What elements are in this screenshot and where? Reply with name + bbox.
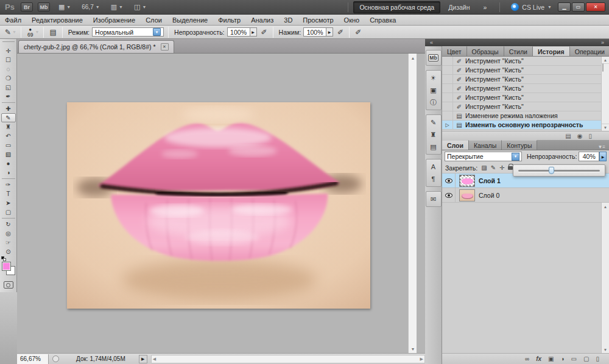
history-source-cell[interactable] xyxy=(442,57,453,65)
history-source-cell[interactable] xyxy=(442,111,453,120)
menu-item-4[interactable]: Выделение xyxy=(172,16,208,24)
restore-button[interactable]: ▭ xyxy=(572,2,585,12)
history-source-cell[interactable]: ▷ xyxy=(442,121,453,129)
layers-scrollbar[interactable]: ▲ ▼ xyxy=(601,203,609,353)
layer-opacity-slider-button[interactable]: ▶ xyxy=(599,152,607,161)
new-document-from-state-icon[interactable]: ▤ xyxy=(565,133,571,139)
opacity-input[interactable]: 100% xyxy=(227,27,250,37)
scroll-up-icon[interactable]: ▲ xyxy=(602,203,609,210)
minibridge-launch-button[interactable]: Mb xyxy=(38,2,50,12)
tab-Цвет[interactable]: Цвет xyxy=(442,46,467,56)
dodge-tool[interactable]: ◑ xyxy=(1,168,16,177)
menu-item-7[interactable]: 3D xyxy=(284,16,292,24)
gradient-tool[interactable]: ▧ xyxy=(1,150,16,159)
foreground-color-swatch[interactable] xyxy=(2,262,11,271)
tab-Контуры[interactable]: Контуры xyxy=(502,140,537,150)
menu-item-10[interactable]: Справка xyxy=(370,16,396,24)
new-layer-icon[interactable]: ▢ xyxy=(583,355,589,362)
rectangular-marquee-tool[interactable]: ☐ xyxy=(1,55,16,65)
history-brush-tool[interactable]: ↶ xyxy=(1,131,16,141)
character-panel-icon[interactable]: A xyxy=(427,161,440,173)
default-colors-icon[interactable] xyxy=(1,256,7,261)
lock-position-icon[interactable]: ✛ xyxy=(499,164,504,171)
history-state-row[interactable]: ✐Инструмент "Кисть" xyxy=(442,66,609,75)
add-layer-mask-icon[interactable]: ▣ xyxy=(548,355,554,362)
tab-Операции[interactable]: Операции xyxy=(570,46,609,56)
menu-item-8[interactable]: Просмотр xyxy=(303,16,333,24)
eye-icon[interactable] xyxy=(445,193,452,198)
layer-style-icon[interactable]: fx xyxy=(536,355,541,362)
lock-transparency-icon[interactable]: ▨ xyxy=(481,164,487,171)
tab-Слои[interactable]: Слои xyxy=(442,140,469,150)
type-tool[interactable]: T xyxy=(1,189,16,198)
blur-tool[interactable]: ● xyxy=(1,159,16,168)
lock-pixels-icon[interactable]: ✎ xyxy=(491,164,496,171)
document-tab[interactable]: cherty-gub-2.jpg @ 66,7% (Слой 1, RGB/8#… xyxy=(18,40,174,53)
rectangle-tool[interactable]: ▢ xyxy=(1,208,16,217)
clone-source-panel-icon[interactable]: ♜ xyxy=(427,128,440,141)
delete-state-icon[interactable]: ▯ xyxy=(588,133,592,139)
collapse-panels-icon[interactable]: « xyxy=(430,40,433,46)
workspace-button-design[interactable]: Дизайн xyxy=(443,2,475,13)
tool-preset-icon[interactable]: ✎ xyxy=(4,28,12,37)
clone-stamp-tool[interactable]: ♜ xyxy=(1,122,16,131)
spot-healing-brush-tool[interactable]: ✚ xyxy=(1,104,16,113)
pen-tool[interactable]: ✑ xyxy=(1,180,16,189)
tab-История[interactable]: История xyxy=(533,46,570,56)
tablet-opacity-icon[interactable]: ✐ xyxy=(260,28,269,37)
link-layers-icon[interactable]: ∞ xyxy=(525,355,529,362)
history-state-row[interactable]: ✐Инструмент "Кисть" xyxy=(442,93,609,102)
screen-mode-button[interactable]: ◫ ▼ xyxy=(130,2,150,12)
scroll-right-icon[interactable]: ▶ xyxy=(420,357,423,362)
layer-visibility-cell[interactable] xyxy=(442,173,456,187)
quick-selection-tool[interactable]: ❍ xyxy=(1,74,16,83)
history-state-row[interactable]: ▤Изменение режима наложения xyxy=(442,111,609,121)
scroll-down-icon[interactable]: ▼ xyxy=(602,124,609,131)
eye-icon[interactable] xyxy=(445,178,452,183)
brush-preset-picker[interactable]: ● 69 xyxy=(26,27,35,37)
menu-item-6[interactable]: Анализ xyxy=(251,16,273,24)
layer-row[interactable]: Слой 0 xyxy=(442,188,609,203)
quick-mask-button[interactable] xyxy=(4,281,13,289)
history-state-row[interactable]: ✐Инструмент "Кисть" xyxy=(442,57,609,66)
history-state-row[interactable]: ▷▤Изменить основную непрозрачность xyxy=(442,121,609,130)
layer-visibility-cell[interactable] xyxy=(442,188,456,202)
minibridge-panel-icon[interactable]: Mb xyxy=(427,52,440,64)
paragraph-panel-icon[interactable]: ¶ xyxy=(427,173,440,185)
history-scrollbar[interactable]: ▲ ▼ xyxy=(601,57,609,131)
history-source-cell[interactable] xyxy=(442,84,453,93)
crop-tool[interactable]: ◱ xyxy=(1,83,16,92)
tab-Стили[interactable]: Стили xyxy=(504,46,533,56)
bridge-launch-button[interactable]: Br xyxy=(21,2,33,12)
minimize-button[interactable]: ▁ xyxy=(558,2,571,12)
horizontal-scrollbar[interactable]: ◀ ▶ xyxy=(151,355,425,363)
history-source-cell[interactable] xyxy=(442,66,453,74)
delete-layer-icon[interactable]: ▯ xyxy=(596,355,599,362)
status-menu-button[interactable]: ▶ xyxy=(139,355,147,363)
brush-tool[interactable]: ✎ xyxy=(1,113,16,122)
canvas[interactable]: ▲ ▼ xyxy=(17,54,417,353)
airbrush-icon[interactable]: ✐ xyxy=(336,28,345,37)
path-selection-tool[interactable]: ➤ xyxy=(1,198,16,208)
animation-panel-icon[interactable]: ▤ xyxy=(427,141,440,153)
tablet-size-icon[interactable]: ✐ xyxy=(354,28,362,37)
eyedropper-tool[interactable]: ✒ xyxy=(1,92,16,101)
menu-item-0[interactable]: Файл xyxy=(5,16,21,24)
scrollbar-thumb[interactable] xyxy=(602,63,604,72)
menu-item-5[interactable]: Фильтр xyxy=(218,16,241,24)
new-group-icon[interactable]: ▭ xyxy=(571,355,577,362)
arrange-documents-button[interactable]: ▥ ▼ xyxy=(107,2,127,12)
scroll-left-icon[interactable]: ◀ xyxy=(153,357,156,362)
flow-slider-button[interactable]: ▶ xyxy=(326,27,333,37)
menu-item-9[interactable]: Окно xyxy=(344,16,360,24)
blend-mode-select[interactable]: Нормальный ▼ xyxy=(92,27,164,37)
eraser-tool[interactable]: ▭ xyxy=(1,141,16,150)
adjustment-layer-icon[interactable]: ◑ xyxy=(561,355,565,362)
history-source-cell[interactable] xyxy=(442,93,453,102)
menu-item-3[interactable]: Слои xyxy=(146,16,162,24)
zoom-level-control[interactable]: 66,7 ▼ xyxy=(78,2,103,12)
opacity-slider-track[interactable] xyxy=(518,170,600,172)
scroll-up-icon[interactable]: ▲ xyxy=(409,54,417,62)
opacity-slider-thumb[interactable] xyxy=(549,167,554,174)
collapse-panels-icon[interactable]: » xyxy=(601,40,604,46)
